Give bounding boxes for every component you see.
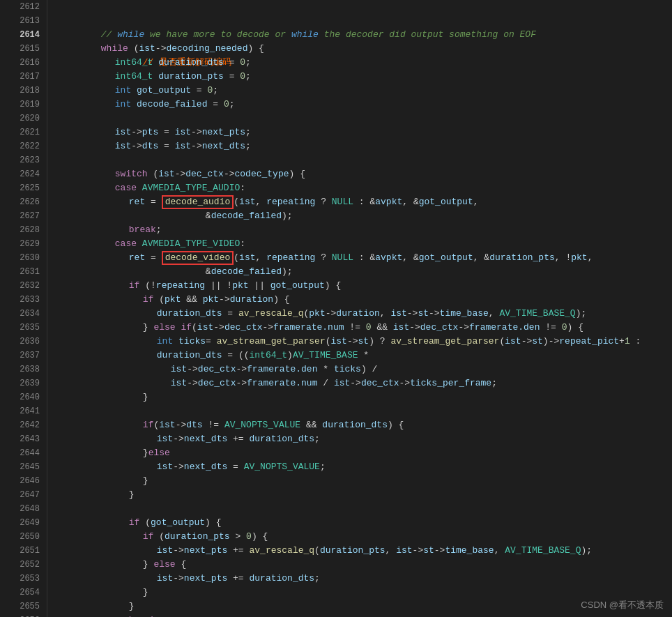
code-line-2614: while (ist->decoding_needed) { // 是否重新解码… <box>54 28 672 42</box>
code-line-2646: } <box>54 474 672 488</box>
ln-2623: 2623 <box>13 153 47 167</box>
ln-2652: 2652 <box>13 558 47 572</box>
code-line-2651: } else { <box>54 544 672 558</box>
ln-2621: 2621 <box>13 125 47 139</box>
editor-container: 2612 2613 2614 2615 2616 2617 2618 2619 … <box>0 0 672 617</box>
ln-2618: 2618 <box>13 84 47 98</box>
ln-2632: 2632 <box>13 279 47 293</box>
code-line-2644: ist->next_dts = AV_NOPTS_VALUE; <box>54 446 672 460</box>
code-line-2649: if (duration_pts > 0) { <box>54 516 672 530</box>
ln-2648: 2648 <box>13 502 47 516</box>
code-line-2630: &decode_failed); <box>54 251 672 265</box>
ln-2636: 2636 <box>13 335 47 349</box>
ln-2612: 2612 <box>13 0 47 14</box>
ln-2638: 2638 <box>13 363 47 376</box>
csdn-watermark: CSDN @看不透本质 <box>581 599 664 611</box>
code-line-2653: } <box>54 572 672 586</box>
ln-2642: 2642 <box>13 418 47 432</box>
ln-2613: 2613 <box>13 14 47 28</box>
code-line-2631: if (!repeating || !pkt || got_output) { <box>54 265 672 279</box>
code-line-2654: } <box>54 586 672 600</box>
ln-2649: 2649 <box>13 516 47 530</box>
ln-2619: 2619 <box>13 98 47 112</box>
code-line-2650: ist->next_pts += av_rescale_q(duration_p… <box>54 530 672 544</box>
code-line-2635: int ticks= av_stream_get_parser(ist->st)… <box>54 321 672 335</box>
ln-2646: 2646 <box>13 474 47 488</box>
code-line-2612 <box>54 0 672 14</box>
ln-2625: 2625 <box>13 181 47 195</box>
code-line-2636: duration_dts = ((int64_t)AV_TIME_BASE * <box>54 335 672 349</box>
code-line-2613: // while we have more to decode or while… <box>54 14 672 28</box>
ln-2635: 2635 <box>13 321 47 335</box>
ln-2631: 2631 <box>13 265 47 279</box>
ln-2629: 2629 <box>13 237 47 251</box>
ln-2633: 2633 <box>13 293 47 307</box>
ln-2644: 2644 <box>13 446 47 460</box>
code-line-2615: int64_t duration_dts = 0; <box>54 42 672 56</box>
code-area[interactable]: // while we have more to decode or while… <box>47 0 672 617</box>
ln-2645: 2645 <box>13 460 47 474</box>
code-line-2624: case AVMEDIA_TYPE_AUDIO: <box>54 167 672 181</box>
ln-2622: 2622 <box>13 139 47 153</box>
code-line-2656: case AVMEDIA_TYPE_SUBTITLE: <box>54 614 672 617</box>
code-line-2647 <box>54 488 672 502</box>
ln-2626: 2626 <box>13 195 47 209</box>
code-line-2623: switch (ist->dec_ctx->codec_type) { <box>54 153 672 167</box>
ln-2653: 2653 <box>13 572 47 586</box>
ln-2637: 2637 <box>13 349 47 363</box>
code-line-2619 <box>54 98 672 112</box>
ln-2656: 2656 <box>13 614 47 617</box>
code-line-2655: break; <box>54 600 672 614</box>
code-line-2652: ist->next_pts += duration_dts; <box>54 558 672 572</box>
code-line-2633: duration_dts = av_rescale_q(pkt->duratio… <box>54 293 672 307</box>
code-line-2634: } else if(ist->dec_ctx->framerate.num !=… <box>54 307 672 321</box>
code-line-2622 <box>54 139 672 153</box>
code-line-2638: ist->dec_ctx->framerate.num / ist->dec_c… <box>54 363 672 376</box>
ln-2627: 2627 <box>13 209 47 223</box>
ln-2643: 2643 <box>13 432 47 446</box>
code-line-2632: if (pkt && pkt->duration) { <box>54 279 672 293</box>
ln-2630: 2630 <box>13 251 47 265</box>
left-bar <box>0 0 13 617</box>
code-line-2639: } <box>54 376 672 390</box>
ln-2628: 2628 <box>13 223 47 237</box>
code-line-2625: ret = decode_audio(ist, repeating ? NULL… <box>54 181 672 195</box>
code-line-2637: ist->dec_ctx->framerate.den * ticks) / <box>54 349 672 363</box>
ln-2616: 2616 <box>13 56 47 70</box>
ln-2634: 2634 <box>13 307 47 321</box>
ln-2654: 2654 <box>13 586 47 600</box>
ln-2620: 2620 <box>13 112 47 125</box>
ln-2615: 2615 <box>13 42 47 56</box>
code-line-2617: int got_output = 0; <box>54 70 672 84</box>
ln-2655: 2655 <box>13 600 47 614</box>
code-line-2626: &decode_failed); <box>54 195 672 209</box>
code-line-2620: ist->pts = ist->next_pts; <box>54 112 672 125</box>
ln-2647: 2647 <box>13 488 47 502</box>
code-line-2629: ret = decode_video(ist, repeating ? NULL… <box>54 237 672 251</box>
ln-2641: 2641 <box>13 404 47 418</box>
code-line-2645: } <box>54 460 672 474</box>
ln-2624: 2624 <box>13 167 47 181</box>
ln-2651: 2651 <box>13 544 47 558</box>
ln-2650: 2650 <box>13 530 47 544</box>
ln-2614: 2614 <box>13 28 47 42</box>
code-line-2621: ist->dts = ist->next_dts; <box>54 125 672 139</box>
code-line-2642: ist->next_dts += duration_dts; <box>54 418 672 432</box>
ln-2639: 2639 <box>13 376 47 390</box>
code-line-2616: int64_t duration_pts = 0; <box>54 56 672 70</box>
code-line-2641: if(ist->dts != AV_NOPTS_VALUE && duratio… <box>54 404 672 418</box>
code-line-2648: if (got_output) { <box>54 502 672 516</box>
code-line-2618: int decode_failed = 0; <box>54 84 672 98</box>
ln-2617: 2617 <box>13 70 47 84</box>
code-line-2627: break; <box>54 209 672 223</box>
ln-2640: 2640 <box>13 390 47 404</box>
code-line-2628: case AVMEDIA_TYPE_VIDEO: <box>54 223 672 237</box>
line-numbers: 2612 2613 2614 2615 2616 2617 2618 2619 … <box>13 0 47 617</box>
code-line-2643: }else <box>54 432 672 446</box>
code-line-2640 <box>54 390 672 404</box>
